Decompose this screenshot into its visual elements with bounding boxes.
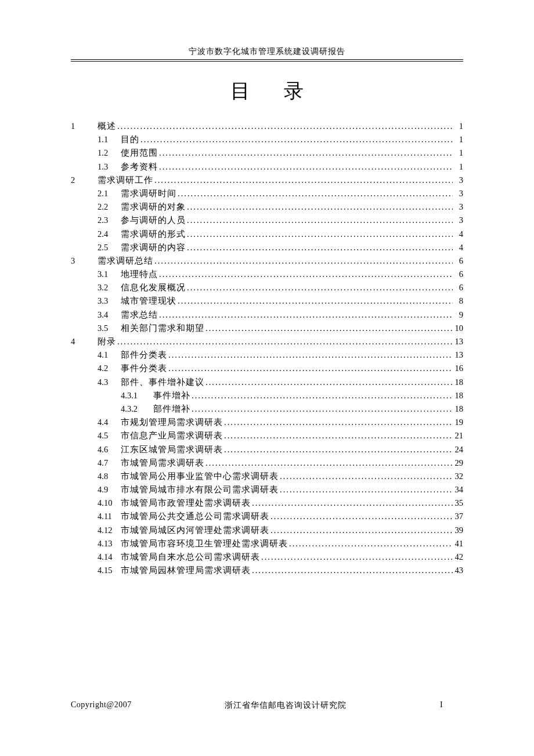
toc-number: 4.8 <box>98 470 121 483</box>
toc-label: 使用范围 <box>121 146 158 160</box>
toc-entry: 4.15市城管局园林管理局需求调研表43 <box>71 564 463 577</box>
toc-page: 42 <box>453 550 463 564</box>
toc-leader-dots <box>186 214 453 227</box>
toc-label: 目的 <box>121 133 139 146</box>
toc-page: 6 <box>453 281 463 294</box>
toc-leader-dots <box>167 362 453 375</box>
toc-leader-dots <box>190 389 453 402</box>
toc-label: 市规划管理局需求调研表 <box>121 416 223 429</box>
toc-page: 3 <box>453 174 463 187</box>
toc-leader-dots <box>186 241 453 254</box>
toc-entry: 2.3参与调研的人员3 <box>71 214 463 227</box>
toc-label: 部件增补 <box>153 402 190 416</box>
toc-label: 需求调研的对象 <box>121 200 186 214</box>
toc-leader-dots <box>186 281 453 294</box>
toc-label: 部件分类表 <box>121 348 167 362</box>
toc-leader-dots <box>176 294 453 308</box>
toc-entry: 2需求调研工作3 <box>71 174 463 187</box>
toc-page: 3 <box>453 200 463 214</box>
toc-leader-dots <box>158 308 453 322</box>
toc-page: 4 <box>453 241 463 254</box>
toc-number: 4.3.2 <box>121 402 153 416</box>
footer-org: 浙江省华信邮电咨询设计研究院 <box>225 700 347 711</box>
toc-label: 市城管局园林管理局需求调研表 <box>121 564 251 577</box>
toc-page: 9 <box>453 308 463 322</box>
toc-leader-dots <box>223 416 453 429</box>
toc-label: 市城管局市政管理处需求调研表 <box>121 496 251 510</box>
toc-number: 4 <box>71 335 98 348</box>
toc-entry: 2.5需求调研的内容4 <box>71 241 463 254</box>
toc-label: 参考资料 <box>121 160 158 174</box>
page-title: 目 录 <box>71 78 463 105</box>
toc-entry: 4.2事件分类表16 <box>71 362 463 375</box>
toc-entry: 4.13市城管局市容环境卫生管理处需求调研表41 <box>71 537 463 550</box>
toc-label: 附录 <box>98 335 116 348</box>
page-footer: Copyright@2007 浙江省华信邮电咨询设计研究院 I <box>71 700 463 711</box>
toc-label: 需求调研的内容 <box>121 241 186 254</box>
toc-number: 2.3 <box>98 214 121 227</box>
toc-entry: 1.2使用范围1 <box>71 146 463 160</box>
toc-number: 4.3.1 <box>121 389 153 402</box>
toc-number: 4.7 <box>98 456 121 470</box>
toc-label: 市城管局城区内河管理处需求调研表 <box>121 524 269 537</box>
toc-entry: 3需求调研总结6 <box>71 254 463 268</box>
toc-entry: 1概述1 <box>71 120 463 133</box>
toc-number: 3 <box>71 254 98 268</box>
toc-page: 37 <box>453 510 463 523</box>
toc-label: 信息化发展概况 <box>121 281 186 294</box>
toc-page: 13 <box>453 348 463 362</box>
toc-page: 34 <box>453 483 463 496</box>
toc-page: 1 <box>453 160 463 174</box>
toc-label: 事件分类表 <box>121 362 167 375</box>
toc-number: 4.5 <box>98 429 121 442</box>
toc-entry: 3.4需求总结9 <box>71 308 463 322</box>
toc-page: 4 <box>453 228 463 241</box>
toc-leader-dots <box>269 510 453 523</box>
toc-number: 2 <box>71 174 98 187</box>
running-header: 宁波市数字化城市管理系统建设调研报告 <box>71 46 463 57</box>
toc-number: 4.2 <box>98 362 121 375</box>
header-rule <box>71 61 463 62</box>
toc-page: 21 <box>453 429 463 442</box>
toc-number: 1 <box>71 120 98 133</box>
toc-page: 39 <box>453 524 463 537</box>
toc-page: 6 <box>453 268 463 281</box>
toc-leader-dots <box>158 268 453 281</box>
toc-leader-dots <box>158 146 453 160</box>
toc-number: 3.5 <box>98 322 121 335</box>
header-rule <box>71 59 463 60</box>
toc-leader-dots <box>139 133 453 146</box>
toc-entry: 4.7市城管局需求调研表29 <box>71 456 463 470</box>
toc-page: 19 <box>453 416 463 429</box>
toc-number: 2.5 <box>98 241 121 254</box>
toc-label: 需求调研的形式 <box>121 228 186 241</box>
toc-number: 1.3 <box>98 160 121 174</box>
toc-number: 4.9 <box>98 483 121 496</box>
toc-number: 4.10 <box>98 496 121 510</box>
toc-number: 3.3 <box>98 294 121 308</box>
table-of-contents: 1概述11.1目的11.2使用范围11.3参考资料12需求调研工作32.1需求调… <box>71 120 463 577</box>
toc-leader-dots <box>279 470 453 483</box>
toc-number: 4.13 <box>98 537 121 550</box>
toc-entry: 2.2需求调研的对象3 <box>71 200 463 214</box>
toc-leader-dots <box>153 174 453 187</box>
toc-leader-dots <box>186 228 453 241</box>
toc-leader-dots <box>204 376 453 389</box>
toc-entry: 4.8市城管局公用事业监管中心需求调研表32 <box>71 470 463 483</box>
toc-label: 地理特点 <box>121 268 158 281</box>
toc-number: 4.4 <box>98 416 121 429</box>
toc-leader-dots <box>204 456 453 470</box>
toc-number: 4.3 <box>98 376 121 389</box>
toc-leader-dots <box>190 402 453 416</box>
toc-entry: 4.9市城管局城市排水有限公司需求调研表34 <box>71 483 463 496</box>
toc-entry: 3.1地理特点6 <box>71 268 463 281</box>
toc-label: 部件、事件增补建议 <box>121 376 204 389</box>
toc-label: 需求总结 <box>121 308 158 322</box>
toc-page: 8 <box>453 294 463 308</box>
toc-number: 1.1 <box>98 133 121 146</box>
toc-leader-dots <box>279 483 453 496</box>
toc-label: 市信息产业局需求调研表 <box>121 429 223 442</box>
toc-page: 18 <box>453 389 463 402</box>
toc-page: 29 <box>453 456 463 470</box>
toc-page: 3 <box>453 187 463 200</box>
